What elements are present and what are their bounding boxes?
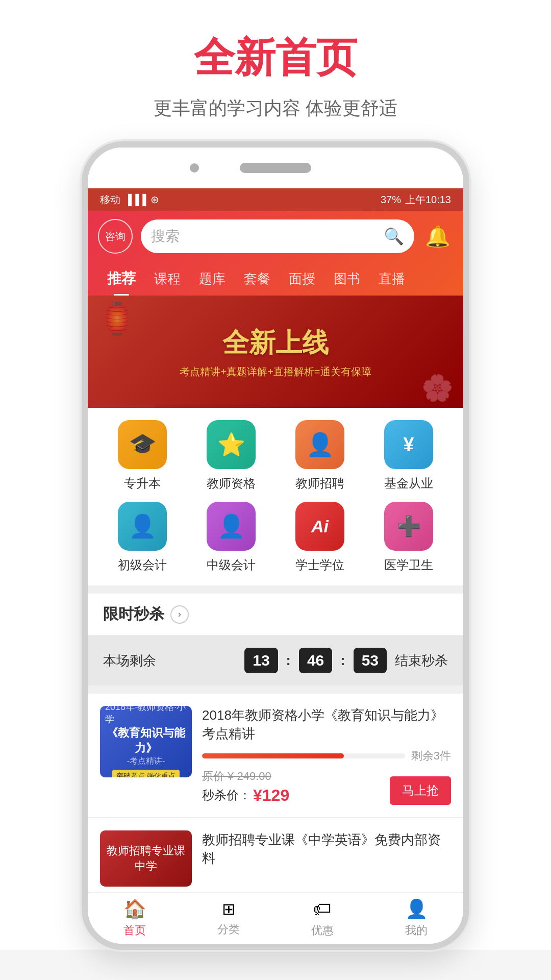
status-right: 37% 上午10:13 (381, 193, 451, 207)
progress-bar-1 (202, 753, 405, 758)
category-label-yixue: 医学卫生 (384, 557, 433, 573)
tab-package[interactable]: 套餐 (235, 263, 280, 295)
nav-label-category: 分类 (217, 922, 240, 937)
nav-tabs: 推荐 课程 题库 套餐 面授 图书 直播 (98, 262, 453, 296)
category-label-jiaoshizige: 教师资格 (207, 475, 256, 492)
buy-button-1[interactable]: 马上抢 (390, 776, 451, 805)
nav-item-home[interactable]: 🏠 首页 (88, 893, 182, 944)
search-placeholder: 搜索 (151, 227, 378, 246)
category-item-xueshixuewei[interactable]: Ai 学士学位 (287, 502, 353, 573)
tab-offline[interactable]: 面授 (280, 263, 324, 295)
nav-label-discount: 优惠 (311, 923, 334, 938)
app-header: 咨询 搜索 🔍 🔔 推荐 课程 题库 套餐 面授 图书 直播 (88, 211, 463, 296)
phone-wrapper: 移动 ▐▐▐ ⊛ 37% 上午10:13 咨询 搜索 🔍 🔔 (0, 141, 551, 950)
banner-content: 全新上线 考点精讲+真题详解+直播解析=通关有保障 (180, 325, 371, 379)
category-row-1: 🎓 专升本 ⭐ 教师资格 👤 教师招聘 ¥ 基金从业 (98, 420, 453, 492)
status-bar: 移动 ▐▐▐ ⊛ 37% 上午10:13 (88, 188, 463, 211)
product-thumb-2: 教师招聘专业课中学 (100, 830, 192, 887)
sale-label-1: 秒杀价： (202, 787, 251, 803)
consult-button[interactable]: 咨询 (98, 219, 133, 254)
sale-price-1: ¥129 (253, 786, 289, 805)
category-item-jiaoshizige[interactable]: ⭐ 教师资格 (198, 420, 264, 492)
flash-sale-title: 限时秒杀 (103, 604, 164, 625)
signal-icon: ▐▐▐ (124, 194, 146, 206)
search-icon[interactable]: 🔍 (384, 227, 404, 246)
category-item-yixue[interactable]: ➕ 医学卫生 (375, 502, 442, 573)
scroll-content: 🏮 全新上线 考点精讲+真题详解+直播解析=通关有保障 🌸 🎓 专升本 ⭐ 教 (88, 296, 463, 893)
discount-icon: 🏷 (313, 898, 332, 920)
wifi-icon: ⊛ (151, 193, 159, 206)
battery-text: 37% (381, 194, 401, 206)
category-icon-xueshixuewei: Ai (295, 502, 344, 551)
category-icon-jiaoshizhaopin: 👤 (295, 420, 344, 469)
price-row-1: 原价 ¥ 249.00 秒杀价： ¥129 马上抢 (202, 769, 451, 805)
thumb-badge-1: 突破考点 强化重点 (112, 770, 180, 778)
product-title-2: 教师招聘专业课《中学英语》免费内部资料 (202, 830, 451, 868)
flash-sale-header: 限时秒杀 › (88, 594, 463, 635)
tab-live[interactable]: 直播 (369, 263, 414, 295)
countdown-end-text: 结束秒杀 (395, 652, 448, 670)
flash-sale-arrow[interactable]: › (170, 605, 189, 624)
category-icon-jijin: ¥ (384, 420, 433, 469)
countdown-minutes: 46 (299, 648, 332, 673)
category-label-jiaoshizhaopin: 教师招聘 (295, 475, 344, 492)
thumb-text-2: 教师招聘专业课中学 (100, 838, 192, 879)
nav-item-discount[interactable]: 🏷 优惠 (276, 893, 369, 944)
nav-item-category[interactable]: ⊞ 分类 (182, 893, 276, 944)
mine-icon: 👤 (405, 898, 428, 920)
tab-recommend[interactable]: 推荐 (98, 262, 145, 296)
category-icon-zhongjikuaiji: 👤 (207, 502, 256, 551)
product-title-1: 2018年教师资格小学《教育知识与能力》考点精讲 (202, 706, 451, 743)
product-info-1: 2018年教师资格小学《教育知识与能力》考点精讲 剩余3件 原价 ¥ 249.0… (202, 706, 451, 805)
banner-main-text: 全新上线 (180, 325, 371, 361)
search-box[interactable]: 搜索 🔍 (141, 219, 414, 253)
phone-camera (190, 163, 199, 173)
thumb-bg-2: 教师招聘专业课中学 (100, 830, 192, 887)
category-label-zhongjikuaiji: 中级会计 (207, 557, 256, 573)
tab-question[interactable]: 题库 (190, 263, 235, 295)
tab-book[interactable]: 图书 (324, 263, 369, 295)
progress-row-1: 剩余3件 (202, 748, 451, 764)
original-price-1: 原价 ¥ 249.00 (202, 769, 289, 784)
promo-subtitle: 更丰富的学习内容 体验更舒适 (0, 96, 551, 121)
product-thumb-1: 2018年·教师资格·小学 《教育知识与能力》 -考点精讲- 突破考点 强化重点 (100, 706, 192, 777)
category-item-zhongjikuaiji[interactable]: 👤 中级会计 (198, 502, 264, 573)
countdown-hours: 13 (244, 648, 278, 673)
notification-button[interactable]: 🔔 (422, 221, 453, 252)
home-icon: 🏠 (123, 898, 146, 920)
consult-label: 咨询 (105, 230, 126, 243)
countdown-bar: 本场剩余 13 : 46 : 53 结束秒杀 (88, 635, 463, 685)
carrier-text: 移动 (100, 193, 120, 207)
category-item-chujikuaiji[interactable]: 👤 初级会计 (109, 502, 176, 573)
category-icon-zhuanshengben: 🎓 (118, 420, 167, 469)
product-info-2: 教师招聘专业课《中学英语》免费内部资料 (202, 830, 451, 887)
category-label-xueshixuewei: 学士学位 (295, 557, 344, 573)
status-left: 移动 ▐▐▐ ⊛ (100, 193, 159, 207)
category-label-jijin: 基金从业 (384, 475, 433, 492)
countdown-colon-2: : (340, 652, 345, 669)
category-item-jiaoshizhaopin[interactable]: 👤 教师招聘 (287, 420, 353, 492)
countdown-colon-1: : (286, 652, 291, 669)
product-card-2: 教师招聘专业课中学 教师招聘专业课《中学英语》免费内部资料 (88, 818, 463, 892)
promo-area: 全新首页 更丰富的学习内容 体验更舒适 (0, 0, 551, 141)
thumb-year-1: 2018年·教师资格·小学 (105, 706, 187, 725)
tab-course[interactable]: 课程 (145, 263, 190, 295)
stock-left-1: 剩余3件 (411, 748, 451, 764)
phone-frame: 移动 ▐▐▐ ⊛ 37% 上午10:13 咨询 搜索 🔍 🔔 (82, 141, 469, 950)
category-item-jijin[interactable]: ¥ 基金从业 (375, 420, 442, 492)
countdown-label: 本场剩余 (103, 652, 236, 670)
category-icon-yixue: ➕ (384, 502, 433, 551)
banner-deco-left: 🏮 (98, 301, 136, 337)
product-card-1: 2018年·教师资格·小学 《教育知识与能力》 -考点精讲- 突破考点 强化重点… (88, 694, 463, 817)
category-icon: ⊞ (222, 899, 236, 919)
time-text: 上午10:13 (405, 193, 451, 207)
category-item-zhuanshengben[interactable]: 🎓 专升本 (109, 420, 176, 492)
thumb-title-1: 《教育知识与能力》 (105, 725, 187, 756)
nav-item-mine[interactable]: 👤 我的 (369, 893, 463, 944)
category-label-zhuanshengben: 专升本 (124, 475, 161, 492)
bottom-nav: 🏠 首页 ⊞ 分类 🏷 优惠 👤 我的 (88, 893, 463, 944)
category-label-chujikuaiji: 初级会计 (118, 557, 167, 573)
banner: 🏮 全新上线 考点精讲+真题详解+直播解析=通关有保障 🌸 (88, 296, 463, 408)
phone-speaker (240, 163, 311, 173)
nav-label-home: 首页 (123, 923, 146, 938)
